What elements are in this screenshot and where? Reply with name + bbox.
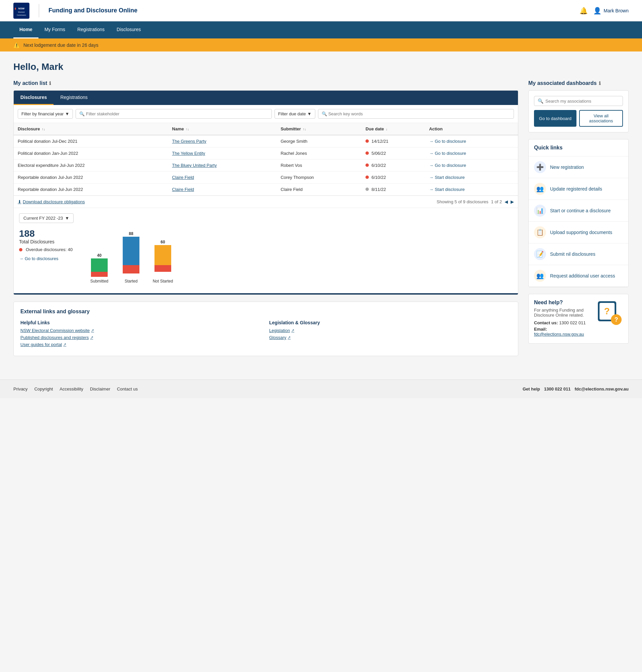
cell-action[interactable]: → Go to disclosure <box>425 147 518 159</box>
total-label: Total Disclosures <box>19 239 73 244</box>
ext-link-legislation[interactable]: Legislation ↗ <box>269 328 511 333</box>
ext-link-guides[interactable]: User guides for portal ↗ <box>21 342 262 347</box>
table-body: Political donation Jul-Dec 2021 The Gree… <box>14 135 518 196</box>
user-avatar-icon: 👤 <box>593 7 602 15</box>
action-link[interactable]: → Go to disclosure <box>429 139 514 144</box>
cell-disclosure: Electoral expenditure Jul-Jun 2022 <box>14 159 168 171</box>
cell-submitter: Rachel Jones <box>277 147 361 159</box>
submit-nil-icon: 📝 <box>534 248 546 260</box>
footer-phone: 1300 022 011 <box>544 387 571 391</box>
stakeholder-filter[interactable]: 🔍 <box>76 109 271 119</box>
due-date-filter[interactable]: Filter due date ▼ <box>274 109 315 119</box>
quick-link-submit-nil[interactable]: 📝 Submit nil disclosures <box>529 243 628 265</box>
start-disclosure-icon: 📊 <box>534 205 546 217</box>
main-content: Hello, Mark My action list ℹ Disclosures… <box>0 51 642 366</box>
nav-disclosures[interactable]: Disclosures <box>111 22 147 38</box>
update-details-label: Update registered details <box>550 186 602 192</box>
status-dot <box>365 188 369 191</box>
sort-icon[interactable]: ↑↓ <box>42 127 45 131</box>
svg-text:?: ? <box>604 306 609 316</box>
assoc-search-box[interactable]: 🔍 <box>534 96 623 106</box>
keyword-filter[interactable]: 🔍 <box>318 109 514 119</box>
col-action: Action <box>425 123 518 135</box>
footer-contact[interactable]: Contact us <box>117 387 138 391</box>
ext-link-nsw[interactable]: NSW Electoral Commission website ↗ <box>21 328 262 333</box>
arrow-icon: → <box>429 175 433 180</box>
next-page-btn[interactable]: ▶ <box>511 199 514 204</box>
quick-link-start-disclosure[interactable]: 📊 Start or continue a disclosure <box>529 200 628 222</box>
svg-text:40: 40 <box>97 253 102 258</box>
prev-page-btn[interactable]: ◀ <box>504 199 508 204</box>
action-link[interactable]: → Go to disclosure <box>429 163 514 168</box>
assoc-card: 🔍 Go to dashboard View all associations <box>528 90 629 132</box>
cell-name[interactable]: Claire Field <box>168 171 277 183</box>
stakeholder-input[interactable] <box>86 111 268 116</box>
due-date-filter-label: Filter due date <box>278 111 306 116</box>
action-link[interactable]: → Go to disclosure <box>429 151 514 156</box>
cell-submitter: George Smith <box>277 135 361 147</box>
assoc-buttons: Go to dashboard View all associations <box>534 110 623 127</box>
cell-due-date: 5/06/22 <box>361 147 425 159</box>
external-links-title: External links and glossary <box>21 309 511 314</box>
keyword-input[interactable] <box>328 111 510 116</box>
helpful-links-title: Helpful Links <box>21 320 262 325</box>
download-obligations-link[interactable]: ⬇ Download disclosure obligations <box>18 199 85 204</box>
cell-name[interactable]: The Yellow Entity <box>168 147 277 159</box>
new-registration-label: New registration <box>550 165 584 170</box>
start-disclosure-label: Start or continue a disclosure <box>550 208 611 213</box>
view-all-associations-btn[interactable]: View all associations <box>579 110 623 127</box>
sort-icon-name[interactable]: ↑↓ <box>186 127 189 131</box>
help-contact: Contact us: 1300 022 011 <box>534 320 592 325</box>
help-email-link[interactable]: fdc@elections.nsw.gov.au <box>534 332 584 337</box>
footer-accessibility[interactable]: Accessibility <box>60 387 83 391</box>
help-email-row: Email: fdc@elections.nsw.gov.au <box>534 327 592 337</box>
nav-home[interactable]: Home <box>13 22 38 38</box>
footer-privacy[interactable]: Privacy <box>13 387 28 391</box>
tab-disclosures[interactable]: Disclosures <box>14 91 53 105</box>
pagination-info: Showing 5 of 9 disclosures 1 of 2 ◀ ▶ <box>437 199 514 204</box>
quick-link-request-access[interactable]: 👥 Request additional user access <box>529 265 628 287</box>
quick-link-upload-documents[interactable]: 📋 Upload supporting documents <box>529 222 628 243</box>
nav-my-forms[interactable]: My Forms <box>38 22 71 38</box>
table-footer: ⬇ Download disclosure obligations Showin… <box>14 196 518 208</box>
action-link[interactable]: → Start disclosure <box>429 175 514 180</box>
action-list-info-icon[interactable]: ℹ <box>49 80 51 86</box>
external-link-icon: ↗ <box>91 328 94 333</box>
cell-action[interactable]: → Go to disclosure <box>425 135 518 147</box>
action-link[interactable]: → Start disclosure <box>429 187 514 192</box>
contact-label: Contact us: <box>534 320 558 325</box>
cell-action[interactable]: → Start disclosure <box>425 183 518 196</box>
cell-submitter: Robert Vos <box>277 159 361 171</box>
ext-link-published[interactable]: Published disclosures and registers ↗ <box>21 335 262 340</box>
nav-registrations[interactable]: Registrations <box>71 22 111 38</box>
ext-link-glossary[interactable]: Glossary ↗ <box>269 335 511 340</box>
tab-registrations[interactable]: Registrations <box>53 91 94 105</box>
update-details-icon: 👥 <box>534 183 546 195</box>
cell-action[interactable]: → Start disclosure <box>425 171 518 183</box>
arrow-right-icon: → <box>19 256 23 261</box>
go-to-disclosures-link[interactable]: → Go to disclosures <box>19 256 73 261</box>
go-to-dashboard-btn[interactable]: Go to dashboard <box>534 110 576 127</box>
cell-name[interactable]: The Greens Party <box>168 135 277 147</box>
arrow-icon: → <box>429 187 433 192</box>
footer-disclaimer[interactable]: Disclaimer <box>90 387 110 391</box>
user-menu[interactable]: 👤 Mark Brown <box>593 7 629 15</box>
cell-name[interactable]: The Bluey United Party <box>168 159 277 171</box>
cell-action[interactable]: → Go to disclosure <box>425 159 518 171</box>
footer-copyright[interactable]: Copyright <box>35 387 53 391</box>
sort-icon-due[interactable]: ↓ <box>386 127 387 131</box>
assoc-info-icon[interactable]: ℹ <box>599 80 601 86</box>
cell-name[interactable]: Claire Field <box>168 183 277 196</box>
header-right: 🔔 👤 Mark Brown <box>579 7 629 15</box>
cell-disclosure: Political donation Jan-Jun 2022 <box>14 147 168 159</box>
notification-bell-icon[interactable]: 🔔 <box>579 7 588 15</box>
quick-link-update-details[interactable]: 👥 Update registered details <box>529 178 628 200</box>
financial-year-filter[interactable]: Filter by financial year ▼ <box>18 109 73 119</box>
svg-text:Electoral: Electoral <box>18 11 24 13</box>
assoc-search-input[interactable] <box>545 99 619 104</box>
sort-icon-submitter[interactable]: ↑↓ <box>303 127 306 131</box>
quick-link-new-registration[interactable]: ➕ New registration <box>529 156 628 178</box>
fy-selector[interactable]: Current FY 2022 -23 ▼ <box>19 213 74 223</box>
cell-due-date: 6/10/22 <box>361 171 425 183</box>
external-links-card: External links and glossary Helpful Link… <box>13 301 518 356</box>
